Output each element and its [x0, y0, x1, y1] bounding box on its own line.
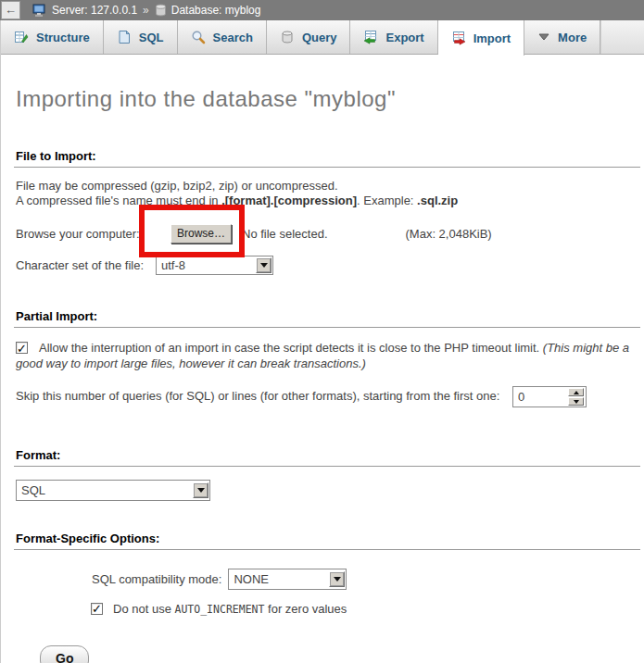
- format-select-arrow-icon: [193, 482, 208, 498]
- breadcrumb-separator: »: [143, 4, 149, 17]
- breadcrumb-database[interactable]: Database: myblog: [171, 4, 261, 17]
- tab-sql[interactable]: SQL: [104, 20, 178, 54]
- breadcrumb-bar: ← Server: 127.0.0.1 » Database: myblog: [0, 0, 644, 20]
- search-icon: [191, 30, 206, 44]
- sql-compatibility-label: SQL compatibility mode:: [92, 572, 221, 586]
- server-icon: [32, 4, 47, 18]
- tab-more-label: More: [558, 31, 587, 44]
- browse-label: Browse your computer:: [16, 227, 156, 241]
- tab-import[interactable]: Import: [438, 20, 524, 56]
- export-icon: [363, 30, 378, 44]
- back-button[interactable]: ←: [1, 1, 20, 19]
- tab-sql-label: SQL: [139, 31, 164, 44]
- allow-interruption-checkbox[interactable]: [16, 342, 28, 354]
- browse-button[interactable]: Browse…: [170, 224, 232, 244]
- compression-line1: File may be compressed (gzip, bzip2, zip…: [16, 179, 338, 193]
- skip-queries-row: Skip this number of queries (for SQL) or…: [16, 386, 644, 407]
- charset-select-value: utf-8: [157, 258, 256, 272]
- tabbar-filler: [600, 20, 644, 54]
- auto-increment-text-post: for zero values: [264, 602, 347, 616]
- tab-query[interactable]: Query: [267, 20, 351, 54]
- spin-up-button[interactable]: [568, 388, 584, 396]
- auto-increment-code: AUTO_INCREMENT: [175, 603, 265, 616]
- page-frame: Structure SQL Search: [0, 20, 644, 663]
- tab-export[interactable]: Export: [350, 20, 437, 54]
- tab-structure-label: Structure: [36, 31, 90, 44]
- breadcrumb-server[interactable]: Server: 127.0.0.1: [52, 4, 137, 17]
- skip-queries-input[interactable]: [512, 386, 587, 407]
- skip-queries-value[interactable]: [513, 390, 550, 404]
- import-page: Importing into the database "myblog" Fil…: [1, 55, 644, 663]
- auto-increment-text: Do not use AUTO_INCREMENT for zero value…: [113, 602, 347, 616]
- structure-icon: [14, 30, 29, 44]
- format-select[interactable]: SQL: [16, 480, 210, 501]
- max-size-text: (Max: 2,048KiB): [406, 227, 492, 241]
- compression-info: File may be compressed (gzip, bzip2, zip…: [16, 179, 644, 208]
- tab-import-label: Import: [474, 31, 511, 45]
- tab-search[interactable]: Search: [178, 20, 267, 54]
- auto-increment-row: Do not use AUTO_INCREMENT for zero value…: [91, 602, 644, 616]
- tab-query-label: Query: [302, 31, 337, 44]
- no-file-text: No file selected.: [242, 227, 328, 241]
- charset-row: Character set of the file: utf-8: [16, 256, 644, 275]
- charset-select[interactable]: utf-8: [156, 256, 273, 275]
- tab-export-label: Export: [385, 31, 423, 44]
- sql-compatibility-select-arrow-icon: [329, 571, 345, 587]
- format-select-value: SQL: [17, 483, 193, 497]
- spin-down-button[interactable]: [568, 397, 584, 406]
- database-icon: [155, 4, 167, 17]
- compression-line2-pre: A compressed file's name must end in: [16, 194, 221, 207]
- chevron-down-icon: [537, 32, 550, 42]
- browse-row: Browse your computer: Browse… No file se…: [16, 222, 644, 244]
- tab-structure[interactable]: Structure: [1, 20, 104, 54]
- allow-interruption-text: Allow the interruption of an import in c…: [39, 341, 543, 355]
- format-heading: Format:: [14, 448, 640, 467]
- file-to-import-heading: File to Import:: [14, 149, 640, 168]
- charset-label: Character set of the file:: [16, 258, 156, 272]
- partial-import-heading: Partial Import:: [14, 309, 640, 328]
- page-title: Importing into the database "myblog": [14, 55, 644, 112]
- tab-bar: Structure SQL Search: [1, 20, 644, 55]
- auto-increment-checkbox[interactable]: [91, 603, 103, 615]
- sql-compatibility-select[interactable]: NONE: [228, 569, 347, 590]
- charset-select-arrow-icon: [256, 257, 271, 273]
- tab-search-label: Search: [213, 31, 253, 44]
- compression-example: .sql.zip: [417, 194, 458, 207]
- go-button[interactable]: Go: [40, 645, 89, 663]
- allow-interruption-row: Allow the interruption of an import in c…: [16, 340, 633, 371]
- tab-more[interactable]: More: [524, 20, 600, 54]
- import-icon: [451, 31, 466, 45]
- format-specific-options-heading: Format-Specific Options:: [14, 532, 640, 550]
- sql-icon: [117, 30, 132, 44]
- sql-compatibility-row: SQL compatibility mode: NONE: [92, 569, 644, 590]
- compression-line2-mid: . Example:: [357, 194, 417, 207]
- auto-increment-text-pre: Do not use: [113, 602, 175, 616]
- sql-compatibility-select-value: NONE: [229, 572, 329, 586]
- compression-pattern: .[format].[compression]: [221, 194, 357, 207]
- skip-queries-label: Skip this number of queries (for SQL) or…: [16, 389, 499, 403]
- query-icon: [280, 30, 295, 44]
